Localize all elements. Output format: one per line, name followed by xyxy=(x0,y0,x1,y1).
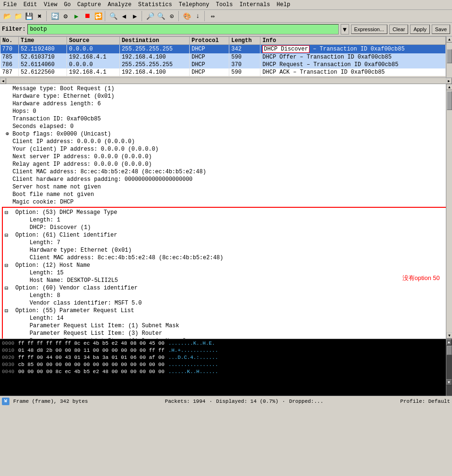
hex-row: 0040 00 00 00 00 8c ec 4b b5 e2 48 00 00… xyxy=(2,368,444,375)
toolbar-resize[interactable]: ⇔ xyxy=(208,11,218,21)
toolbar-zoom-in[interactable]: 🔎 xyxy=(145,11,155,21)
hex-ascii: ................ xyxy=(168,361,218,368)
menu-help[interactable]: Help xyxy=(275,1,292,8)
cell-no: 787 xyxy=(0,68,19,76)
detail-line: Client hardware address padding: 0000000… xyxy=(2,176,452,183)
col-no: No. xyxy=(0,37,19,45)
hex-scroll-thumb[interactable] xyxy=(447,346,452,355)
cell-time: 52.1192480 xyxy=(18,45,67,54)
menu-capture[interactable]: Capture xyxy=(76,1,102,8)
menu-view[interactable]: View xyxy=(42,1,59,8)
cell-len: 342 xyxy=(229,45,260,54)
hex-addr: 0000 xyxy=(2,340,14,347)
col-info: Info xyxy=(260,37,446,45)
toolbar-stop-capture[interactable]: ⏹ xyxy=(82,11,92,21)
status-separator2: · xyxy=(282,399,285,404)
scroll-thumb[interactable] xyxy=(447,49,452,63)
menu-tools[interactable]: Tools xyxy=(215,1,234,8)
cell-no: 785 xyxy=(0,53,19,61)
menu-go[interactable]: Go xyxy=(62,1,72,8)
col-len: Length xyxy=(229,37,260,45)
table-row[interactable]: 785 52.6103710 192.168.4.1 192.168.4.100… xyxy=(0,53,446,61)
detail-line: Option: (61) Client identifier xyxy=(8,231,121,239)
clear-button[interactable]: Clear xyxy=(389,25,408,34)
cell-len: 590 xyxy=(229,68,260,76)
detail-line: Next server IP address: 0.0.0.0 (0.0.0.0… xyxy=(2,153,452,161)
detail-line: Option: (53) DHCP Message Type xyxy=(8,209,121,216)
apply-button[interactable]: Apply xyxy=(410,25,430,34)
menu-telephony[interactable]: Telephony xyxy=(177,1,211,8)
packet-list-scrollbar[interactable]: ▲ xyxy=(446,36,452,77)
scroll-up[interactable]: ▲ xyxy=(446,36,452,42)
toolbar-next[interactable]: ▶ xyxy=(130,11,140,21)
detail-line: Client MAC address: 8c:ec:4b:b5:e2:48 (8… xyxy=(2,168,452,176)
tree-toggle-12[interactable]: ⊟ xyxy=(5,262,8,269)
cell-time: 52.6122560 xyxy=(18,68,67,76)
scroll-thumb-detail[interactable] xyxy=(447,91,452,110)
expression-button[interactable]: Expression... xyxy=(351,25,388,34)
table-row[interactable]: 787 52.6122560 192.168.4.1 192.168.4.100… xyxy=(0,68,446,76)
save-button[interactable]: Save xyxy=(432,25,450,34)
cell-source: 192.168.4.1 xyxy=(67,68,120,76)
toolbar-find[interactable]: 🔍 xyxy=(108,11,118,21)
scroll-left[interactable]: ◀ xyxy=(0,78,6,84)
detail-option-12: ⊟ Option: (12) Host Name xyxy=(5,262,447,269)
detail-line: Length: 14 xyxy=(12,314,447,322)
scroll-up-detail[interactable]: ▲ xyxy=(446,84,452,90)
status-dropped: Dropped:... xyxy=(289,399,324,404)
cell-dest: 255.255.255.255 xyxy=(119,61,189,68)
hex-scrollbar[interactable]: ▲ ▼ xyxy=(446,339,452,396)
sep1 xyxy=(46,11,48,21)
red-bordered-section: 没有option 50 ⊟ Option: (53) DHCP Message … xyxy=(2,207,450,339)
tree-toggle-61[interactable]: ⊟ xyxy=(5,232,8,239)
toolbar-capture-options[interactable]: ⚙ xyxy=(60,11,71,21)
toolbar-prev[interactable]: ◀ xyxy=(119,11,129,21)
toolbar: 📂 📁 💾 ✖ 🔄 ⚙ ▶ ⏹ 🔁 🔍 ◀ ▶ 🔎 🔍 ⊙ 🎨 ↓ ⇔ xyxy=(0,10,452,23)
sep4 xyxy=(178,11,180,21)
menu-internals[interactable]: Internals xyxy=(238,1,272,8)
scroll-right[interactable]: ▶ xyxy=(446,78,452,84)
toolbar-zoom-reset[interactable]: ⊙ xyxy=(167,11,177,21)
hex-scroll-down[interactable]: ▼ xyxy=(446,379,452,385)
sep3 xyxy=(142,11,143,21)
menu-file[interactable]: File xyxy=(2,1,18,8)
toolbar-zoom-out[interactable]: 🔍 xyxy=(156,11,166,21)
filter-dropdown[interactable]: ▼ xyxy=(341,24,349,34)
h-scrollbar[interactable]: ◀ ▶ xyxy=(0,78,452,84)
toolbar-close[interactable]: ✖ xyxy=(34,11,45,21)
toolbar-save[interactable]: 💾 xyxy=(24,11,34,21)
menu-statistics[interactable]: Statistics xyxy=(137,1,174,8)
hex-bytes: cb 85 00 00 00 00 00 00 00 00 00 00 00 0… xyxy=(18,361,164,368)
menu-analyze[interactable]: Analyze xyxy=(106,1,133,8)
table-row[interactable]: 786 52.6114060 0.0.0.0 255.255.255.255 D… xyxy=(0,61,446,68)
detail-scrollbar[interactable]: ▲ ▼ xyxy=(446,84,452,339)
toolbar-reload[interactable]: 🔄 xyxy=(50,11,60,21)
detail-line: Hardware address length: 6 xyxy=(2,100,452,108)
annotation: 没有option 50 xyxy=(402,274,440,282)
detail-line: Option: (55) Parameter Request List xyxy=(8,307,138,314)
info-highlight: DHCP Discover xyxy=(262,45,310,53)
detail-line: Your (client) IP address: 0.0.0.0 (0.0.0… xyxy=(2,145,452,153)
toolbar-colorize[interactable]: 🎨 xyxy=(182,11,192,21)
tree-toggle-55[interactable]: ⊟ xyxy=(5,307,8,314)
detail-option-53: ⊟ Option: (53) DHCP Message Type xyxy=(5,209,447,216)
col-time: Time xyxy=(18,37,67,45)
menu-edit[interactable]: Edit xyxy=(22,1,39,8)
filter-input[interactable] xyxy=(27,24,338,34)
packet-detail-pane: Message type: Boot Request (1) Hardware … xyxy=(0,84,452,339)
scroll-down-detail[interactable]: ▼ xyxy=(446,332,452,339)
tree-toggle-60[interactable]: ⊟ xyxy=(5,285,8,292)
hex-ascii: ......K..H...... xyxy=(168,368,218,375)
tree-toggle[interactable]: ⊕ xyxy=(6,131,9,137)
hex-row: 0000 ff ff ff ff ff ff 8c ec 4b b5 e2 48… xyxy=(2,340,444,347)
table-row[interactable]: 770 52.1192480 0.0.0.0 255.255.255.255 D… xyxy=(0,45,446,54)
toolbar-start-capture[interactable]: ▶ xyxy=(71,11,82,21)
toolbar-open[interactable]: 📁 xyxy=(13,11,23,21)
toolbar-autoscroll[interactable]: ↓ xyxy=(193,11,203,21)
detail-line: ⊕ Bootp flags: 0x0000 (Unicast) xyxy=(2,130,452,138)
toolbar-new[interactable]: 📂 xyxy=(2,11,12,21)
hex-scroll-up[interactable]: ▲ xyxy=(446,339,452,345)
toolbar-restart-capture[interactable]: 🔁 xyxy=(93,11,103,21)
tree-toggle-53[interactable]: ⊟ xyxy=(5,209,8,216)
cell-dest: 192.168.4.100 xyxy=(119,68,189,76)
